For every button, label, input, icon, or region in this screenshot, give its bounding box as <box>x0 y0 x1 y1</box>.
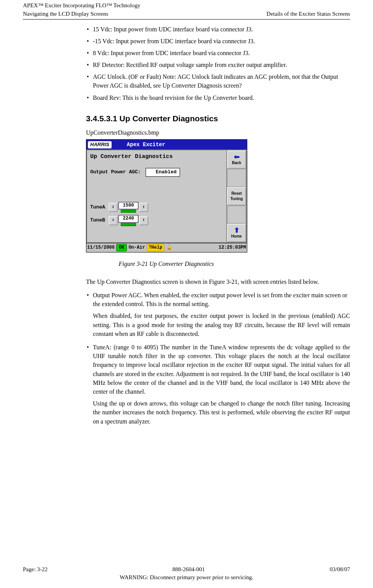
status-time: 12:25:03PM <box>219 244 246 251</box>
lcd-statusbar: 11/15/2006 OK On-Air ?Help 🔓 12:25:03PM <box>86 243 247 252</box>
arrow-up-icon: ⬆ <box>142 204 145 211</box>
lcd-title-text: Apex Exciter <box>127 141 165 148</box>
tuneb-label: TuneB <box>90 217 109 224</box>
header-product-line1: APEX™ Exciter Incorporating FLO™ Technol… <box>23 2 140 10</box>
reset-label-2: Tuning <box>230 196 243 202</box>
figure-filename: UpConverterDiagnostics.bmp <box>86 128 350 137</box>
header-rule <box>23 19 350 20</box>
agc-value-field[interactable]: Enabled <box>146 168 180 177</box>
status-date: 11/15/2006 <box>87 244 115 251</box>
agc-label: Output Power AGC: <box>90 169 146 176</box>
back-label: Back <box>232 160 241 166</box>
arrow-left-icon: ⬅ <box>234 153 240 160</box>
section-heading: 3.4.5.3.1 Up Converter Diagnostics <box>86 113 350 124</box>
lcd-titlebar: HARRIS Apex Exciter <box>86 140 247 150</box>
lcd-screen-title: Up Converter Diagnostics <box>90 153 223 161</box>
list-item: -15 Vdc: Input power from UDC interface … <box>86 37 350 46</box>
tuneb-up-button[interactable]: ⬆ <box>139 216 148 225</box>
tunea-up-button[interactable]: ⬆ <box>139 203 148 212</box>
list-item: TuneA: (range 0 to 4095) The number in t… <box>86 343 350 396</box>
agc-disabled-paragraph: When disabled, for test purposes, the ex… <box>86 311 350 338</box>
list-item: 8 Vdc: Input power from UDC interface bo… <box>86 49 350 57</box>
reset-tuning-button[interactable]: Reset Tuning <box>227 187 246 205</box>
footer-docnum: 888-2604-001 <box>172 565 205 574</box>
home-icon: ⬆ <box>234 227 240 234</box>
figure-caption: Figure 3-21 Up Converter Diagnostics <box>86 259 247 268</box>
lock-icon: 🔓 <box>166 244 172 251</box>
footer-date: 03/08/07 <box>330 565 350 574</box>
footer-page: Page: 3-22 <box>23 565 48 574</box>
list-item: Board Rev: This is the board revision fo… <box>86 93 350 102</box>
header-right: Details of the Exciter Status Screens <box>266 10 350 18</box>
arrow-up-icon: ⬆ <box>142 217 145 224</box>
tunea-value-field[interactable]: 1500 <box>118 202 138 209</box>
list-item: AGC Unlock. (OF or Fault) Note: AGC Unlo… <box>86 72 350 90</box>
description-list-2: TuneA: (range 0 to 4095) The number in t… <box>86 343 350 396</box>
status-ok-badge[interactable]: OK <box>116 244 127 251</box>
lcd-screenshot: HARRIS Apex Exciter Up Converter Diagnos… <box>86 139 247 252</box>
lcd-sidebar: ⬅ Back Reset Tuning ⬆ Home <box>226 150 247 243</box>
footer-warning: WARNING: Disconnect primary power prior … <box>23 573 350 582</box>
intro-paragraph: The Up Converter Diagnostics screen is s… <box>86 277 350 286</box>
description-list: Output Power AGC. When enabled, the exci… <box>86 291 350 308</box>
sidebar-empty-1 <box>227 169 246 187</box>
header-product-line2: Navigating the LCD Display Screens <box>23 10 140 18</box>
home-button[interactable]: ⬆ Home <box>227 224 246 242</box>
tuneb-down-button[interactable]: ⬇ <box>109 216 118 225</box>
page-header: APEX™ Exciter Incorporating FLO™ Technol… <box>23 0 350 18</box>
sidebar-empty-2 <box>227 205 246 224</box>
tunea-status-bar <box>121 210 136 213</box>
tunea-arrows-paragraph: Using the up or down arrows, this voltag… <box>86 399 350 426</box>
tunea-down-button[interactable]: ⬇ <box>109 203 118 212</box>
back-button[interactable]: ⬅ Back <box>227 150 246 169</box>
arrow-down-icon: ⬇ <box>112 204 115 211</box>
top-bullet-list: 15 Vdc: Input power from UDC interface b… <box>86 25 350 102</box>
brand-logo: HARRIS <box>88 141 112 148</box>
home-label: Home <box>231 234 242 239</box>
arrow-down-icon: ⬇ <box>112 217 115 224</box>
list-item: RF Detector: Rectified RF output voltage… <box>86 60 350 69</box>
reset-label-1: Reset <box>231 191 242 197</box>
status-onair: On-Air <box>128 244 145 251</box>
list-item: 15 Vdc: Input power from UDC interface b… <box>86 25 350 34</box>
page-footer: Page: 3-22 888-2604-001 03/08/07 WARNING… <box>23 565 350 582</box>
help-button[interactable]: ?Help <box>147 244 164 251</box>
tunea-label: TuneA <box>90 204 109 211</box>
list-item: Output Power AGC. When enabled, the exci… <box>86 291 350 308</box>
tuneb-value-field[interactable]: 2240 <box>118 215 138 222</box>
tuneb-status-bar <box>121 223 136 226</box>
